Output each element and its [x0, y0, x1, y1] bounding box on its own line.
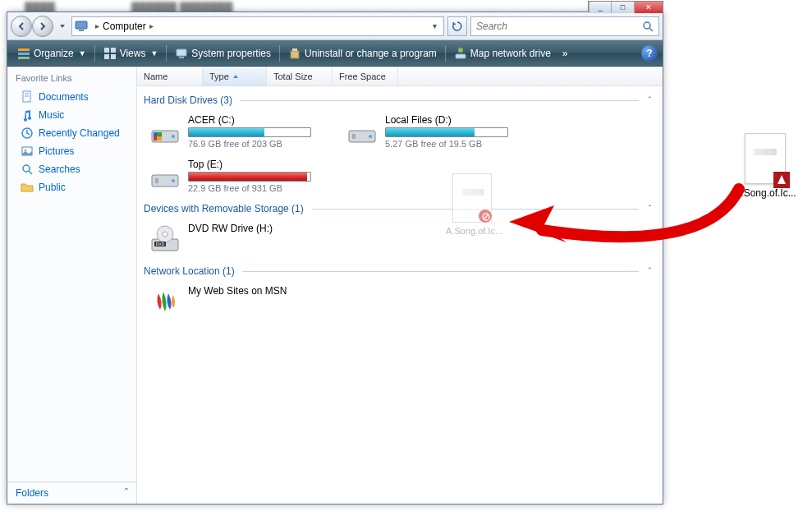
forward-button[interactable] [32, 16, 53, 37]
msn-icon [149, 285, 181, 318]
search-box[interactable] [470, 16, 659, 36]
public-folder-icon [21, 181, 34, 194]
drive-usage-bar [188, 127, 311, 137]
drive-free-text: 76.9 GB free of 203 GB [188, 139, 336, 149]
close-button[interactable]: ✕ [634, 2, 663, 13]
maximize-button[interactable]: □ [611, 2, 633, 13]
svg-point-23 [23, 165, 30, 172]
views-button[interactable]: Views ▼ [99, 44, 163, 62]
drive-name: DVD RW Drive (H:) [188, 223, 336, 234]
svg-line-24 [29, 171, 32, 174]
window-body: Favorite Links Documents Music Recently … [7, 67, 663, 504]
explorer-window: _ □ ✕ ▸ Computer ▸ ▾ [7, 12, 663, 504]
svg-point-16 [458, 48, 463, 53]
computer-icon [74, 19, 89, 34]
svg-rect-33 [352, 134, 356, 139]
drive-free-text: 22.9 GB free of 931 GB [188, 183, 336, 193]
documents-icon [21, 90, 34, 104]
svg-rect-15 [456, 54, 466, 58]
search-input[interactable] [476, 21, 642, 32]
toolbar-overflow[interactable]: » [557, 45, 573, 62]
searches-icon [21, 163, 34, 176]
nav-buttons [11, 16, 53, 37]
system-properties-button[interactable]: System properties [170, 44, 276, 62]
group-removable[interactable]: Devices with Removable Storage (1) ˆ [144, 198, 656, 218]
drive-name: ACER (C:) [188, 114, 336, 126]
svg-rect-1 [79, 30, 84, 31]
column-type[interactable]: Type [203, 67, 267, 85]
hdd-icon [346, 114, 378, 147]
minimize-button[interactable]: _ [589, 2, 611, 13]
chevron-down-icon: ▼ [150, 49, 158, 58]
chevron-up-icon: ˆ [125, 487, 128, 499]
svg-point-30 [172, 135, 175, 138]
svg-text:DVD: DVD [156, 242, 165, 246]
drive-usage-bar [188, 172, 311, 182]
network-msn[interactable]: My Web Sites on MSN [144, 280, 341, 323]
desktop-file[interactable]: A.Song.of.Ic... [732, 133, 798, 199]
refresh-button[interactable] [447, 16, 467, 36]
drive-free-text: 5.27 GB free of 19.5 GB [385, 139, 533, 149]
map-drive-icon [454, 47, 467, 60]
sidebar-item-searches[interactable]: Searches [7, 160, 136, 178]
svg-rect-10 [111, 54, 116, 59]
help-button[interactable]: ? [641, 45, 658, 62]
sidebar-item-pictures[interactable]: Pictures [7, 142, 136, 160]
no-drop-icon [482, 213, 490, 221]
address-bar[interactable]: ▸ Computer ▸ ▾ [71, 16, 444, 36]
network-grid: My Web Sites on MSN [144, 280, 656, 323]
drag-ghost-label: A.Song.of.Ic... [446, 226, 498, 236]
drive-c[interactable]: ACER (C:) 76.9 GB free of 203 GB [144, 109, 341, 154]
sidebar-item-public[interactable]: Public [7, 178, 136, 196]
nav-history-dropdown[interactable] [57, 16, 68, 37]
toolbar-sep [445, 45, 446, 62]
dvd-drive-icon: DVD [149, 223, 181, 256]
sidebar-item-label: Pictures [39, 145, 74, 157]
svg-point-39 [163, 232, 167, 237]
sidebar-item-recently-changed[interactable]: Recently Changed [7, 124, 136, 142]
hdd-grid: ACER (C:) 76.9 GB free of 203 GB Local F… [144, 109, 656, 198]
folders-pane-toggle[interactable]: Folders ˆ [7, 481, 136, 504]
sort-asc-icon [232, 73, 239, 80]
drive-d[interactable]: Local Files (D:) 5.27 GB free of 19.5 GB [341, 109, 538, 154]
recent-icon [21, 127, 34, 140]
column-totalsize[interactable]: Total Size [267, 67, 333, 85]
sidebar-item-label: Documents [39, 91, 89, 103]
svg-rect-0 [76, 21, 87, 29]
address-dropdown[interactable]: ▾ [428, 21, 442, 30]
content-pane: Name Type Total Size Free Space Hard Dis… [137, 67, 663, 504]
svg-rect-29 [157, 136, 162, 141]
uninstall-button[interactable]: Uninstall or change a program [283, 44, 442, 62]
collapse-icon[interactable]: ˆ [644, 205, 656, 214]
drive-dvd[interactable]: DVD DVD RW Drive (H:) [144, 218, 341, 260]
collapse-icon[interactable]: ˆ [644, 96, 656, 105]
sidebar-item-documents[interactable]: Documents [7, 88, 136, 106]
column-freespace[interactable]: Free Space [333, 67, 398, 85]
breadcrumb-sep-2[interactable]: ▸ [146, 21, 157, 30]
map-drive-button[interactable]: Map network drive [449, 44, 556, 62]
sidebar-item-label: Searches [39, 164, 80, 175]
back-button[interactable] [11, 16, 32, 37]
drive-e[interactable]: Top (E:) 22.9 GB free of 931 GB [144, 154, 341, 198]
group-network[interactable]: Network Location (1) ˆ [144, 260, 656, 280]
svg-point-2 [644, 22, 650, 29]
sidebar-item-music[interactable]: Music [7, 106, 136, 124]
svg-rect-6 [18, 57, 30, 59]
sidebar-item-label: Music [39, 109, 64, 121]
drive-name: My Web Sites on MSN [188, 285, 336, 297]
search-icon [642, 21, 654, 32]
sidebar-item-label: Public [39, 182, 66, 193]
favorites-header: Favorite Links [7, 67, 136, 88]
organize-button[interactable]: Organize ▼ [12, 44, 91, 62]
column-name[interactable]: Name [137, 67, 203, 85]
toolbar-sep [166, 45, 167, 62]
toolbar-sep [94, 45, 95, 62]
nav-bar: ▸ Computer ▸ ▾ [7, 12, 663, 40]
system-properties-icon [175, 47, 188, 60]
breadcrumb-location[interactable]: Computer [103, 21, 146, 32]
sidebar: Favorite Links Documents Music Recently … [7, 67, 137, 504]
collapse-icon[interactable]: ˆ [644, 267, 656, 276]
group-hdd[interactable]: Hard Disk Drives (3) ˆ [144, 90, 656, 109]
drive-name: Top (E:) [188, 159, 336, 170]
svg-rect-14 [292, 48, 297, 51]
